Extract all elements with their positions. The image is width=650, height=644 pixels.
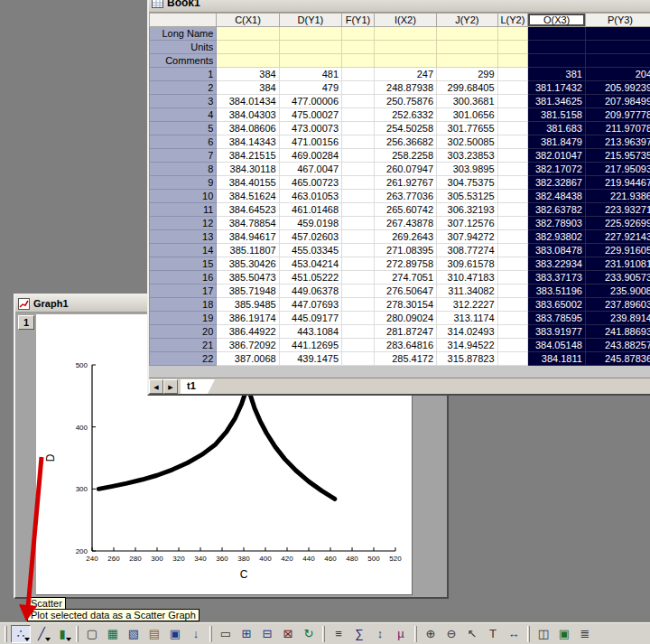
cell[interactable]: 308.77274 <box>437 244 497 257</box>
cell[interactable] <box>497 285 528 298</box>
cell[interactable] <box>342 230 375 244</box>
row-header[interactable]: 6 <box>150 135 217 149</box>
cell[interactable]: 382.01047 <box>528 149 586 163</box>
book1-titlebar[interactable]: Book1 <box>149 0 650 13</box>
cell[interactable]: 447.07693 <box>279 298 341 312</box>
cell[interactable]: 271.08395 <box>374 244 436 257</box>
cell[interactable] <box>585 41 650 54</box>
cell[interactable]: 285.4172 <box>374 352 436 366</box>
cell[interactable]: 301.0656 <box>437 108 497 122</box>
row-header[interactable]: 18 <box>150 298 217 312</box>
cell[interactable]: 451.05222 <box>279 271 341 285</box>
row-header[interactable]: 2 <box>150 81 217 95</box>
cell[interactable]: 382.32867 <box>528 176 586 190</box>
cell[interactable] <box>497 54 528 68</box>
sum-button[interactable]: ∑ <box>349 625 369 643</box>
cell[interactable] <box>497 352 528 366</box>
cell[interactable]: 463.01053 <box>279 190 341 203</box>
cell[interactable]: 382.17072 <box>528 163 586 176</box>
row-header[interactable]: 14 <box>150 244 217 257</box>
column-header-C(X1)[interactable]: C(X1) <box>217 14 279 27</box>
cell[interactable] <box>437 54 497 68</box>
row-header[interactable]: 8 <box>150 163 217 176</box>
cell[interactable] <box>217 41 279 54</box>
cell[interactable]: 233.90573 <box>585 271 650 285</box>
cell[interactable] <box>497 190 528 203</box>
cell[interactable]: 315.87823 <box>437 352 497 366</box>
cell[interactable]: 307.94272 <box>437 230 497 244</box>
row-header[interactable]: 1 <box>150 68 217 81</box>
cell[interactable]: 384.1811 <box>528 352 586 366</box>
column-header-O(X3)[interactable]: O(X3) <box>528 14 586 27</box>
cell[interactable]: 267.43878 <box>374 217 436 230</box>
row-header[interactable]: 13 <box>150 230 217 244</box>
cell[interactable] <box>279 54 341 68</box>
cell[interactable]: 479 <box>279 81 341 95</box>
column-header-L(Y2)[interactable]: L(Y2) <box>497 14 528 27</box>
text-tool-button[interactable]: T <box>483 625 503 643</box>
toolbar-grip[interactable] <box>527 626 530 642</box>
cell[interactable]: 384 <box>217 68 279 81</box>
cell[interactable]: 384.64523 <box>217 203 279 217</box>
cell[interactable] <box>342 81 375 95</box>
column-header-I(X2)[interactable]: I(X2) <box>374 14 436 27</box>
options-button[interactable]: ≣ <box>575 625 595 643</box>
cell[interactable] <box>342 244 375 257</box>
cell[interactable]: 459.0198 <box>279 217 341 230</box>
cell[interactable]: 276.50647 <box>374 285 436 298</box>
cell[interactable] <box>497 108 528 122</box>
cell[interactable]: 215.95735 <box>585 149 650 163</box>
cell[interactable]: 225.92699 <box>585 217 650 230</box>
cell[interactable]: 221.9386 <box>585 190 650 203</box>
cell[interactable]: 209.97778 <box>585 108 650 122</box>
row-header[interactable]: 21 <box>150 339 217 352</box>
cell[interactable] <box>585 27 650 41</box>
cell[interactable]: 303.9895 <box>437 163 497 176</box>
cell[interactable]: 261.92767 <box>374 176 436 190</box>
cell[interactable] <box>497 339 528 352</box>
refresh-button[interactable]: ↻ <box>299 625 319 643</box>
cell[interactable]: 307.12576 <box>437 217 497 230</box>
cell[interactable]: 385.30426 <box>217 257 279 271</box>
cell[interactable] <box>374 41 436 54</box>
row-header[interactable]: Long Name <box>150 27 217 41</box>
cell[interactable]: 299 <box>437 68 497 81</box>
scatter-plot-button[interactable]: ∴ <box>11 625 31 643</box>
cell[interactable]: 384.21515 <box>217 149 279 163</box>
cell[interactable] <box>497 163 528 176</box>
cell[interactable] <box>342 325 375 339</box>
cell[interactable] <box>342 41 375 54</box>
cell[interactable]: 274.7051 <box>374 271 436 285</box>
cell[interactable] <box>528 27 586 41</box>
cell[interactable]: 471.00156 <box>279 135 341 149</box>
cell[interactable] <box>342 352 375 366</box>
row-header[interactable]: 7 <box>150 149 217 163</box>
cell[interactable]: 229.91605 <box>585 244 650 257</box>
cell[interactable] <box>497 68 528 81</box>
row-header[interactable]: 10 <box>150 190 217 203</box>
row-header[interactable]: 4 <box>150 108 217 122</box>
cell[interactable]: 382.78903 <box>528 217 586 230</box>
cell[interactable]: 385.9485 <box>217 298 279 312</box>
cell[interactable] <box>342 68 375 81</box>
cell[interactable]: 205.99239 <box>585 81 650 95</box>
cell[interactable] <box>497 135 528 149</box>
row-header[interactable]: Comments <box>150 54 217 68</box>
paste-button[interactable]: ⊟ <box>257 625 277 643</box>
cell[interactable]: 473.00073 <box>279 122 341 135</box>
column-header-F(Y1)[interactable]: F(Y1) <box>342 14 375 27</box>
cell[interactable]: 272.89758 <box>374 257 436 271</box>
cell[interactable]: 385.71948 <box>217 285 279 298</box>
book1-window[interactable]: Book1 C(X1)D(Y1)F(Y1)I(X2)J(Y2)L(Y2)O(X3… <box>147 0 650 396</box>
cell[interactable]: 383.65002 <box>528 298 586 312</box>
statistics-button[interactable]: µ <box>391 625 411 643</box>
cell[interactable]: 384.30118 <box>217 163 279 176</box>
cell[interactable] <box>279 41 341 54</box>
cell[interactable] <box>497 95 528 108</box>
cell[interactable] <box>342 149 375 163</box>
cell[interactable]: 384.05148 <box>528 339 586 352</box>
open-button[interactable]: ▤ <box>144 625 164 643</box>
add-layer-button[interactable]: ▣ <box>554 625 574 643</box>
corner-cell[interactable] <box>150 14 217 27</box>
cell[interactable]: 245.87836 <box>585 352 650 366</box>
